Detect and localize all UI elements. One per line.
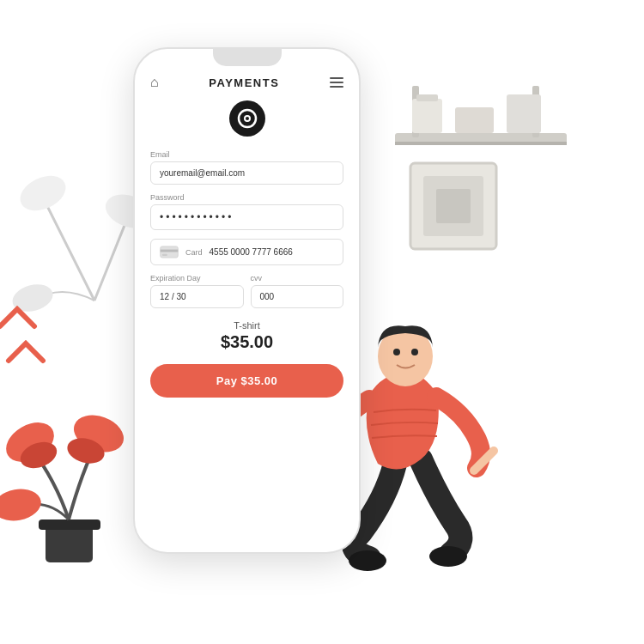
svg-point-24 [378,326,433,386]
svg-rect-33 [161,250,179,252]
svg-point-7 [15,169,71,217]
svg-point-2 [0,415,61,471]
cvv-field-group: cvv 000 [251,274,344,308]
svg-point-31 [246,117,249,120]
svg-rect-1 [39,519,100,530]
product-info: T-shirt $35.00 [150,320,343,352]
email-input[interactable]: youremail@email.com [150,161,343,185]
password-label: Password [150,193,343,202]
app-title: PAYMENTS [209,76,279,89]
svg-rect-11 [395,142,567,145]
cvv-input[interactable]: 000 [251,285,344,308]
card-field[interactable]: Card 4555 0000 7777 6666 [150,239,343,265]
svg-rect-13 [532,86,539,137]
logo-container [150,100,343,137]
svg-rect-10 [395,133,567,143]
svg-rect-34 [162,254,167,256]
svg-rect-19 [423,176,483,236]
svg-rect-20 [436,189,471,223]
svg-rect-0 [46,524,93,562]
svg-rect-16 [455,107,494,133]
password-input[interactable]: •••••••••••• [150,204,343,230]
svg-point-25 [393,349,400,355]
credit-card-icon [160,246,179,258]
logo [229,100,265,137]
svg-point-5 [17,437,61,472]
card-label: Card [185,248,203,257]
product-name: T-shirt [150,320,343,331]
svg-point-9 [9,280,56,315]
email-field-group: Email youremail@email.com [150,150,343,185]
svg-rect-14 [412,99,442,133]
svg-rect-17 [507,94,541,133]
expiration-label: Expiration Day [150,274,244,283]
card-details-row: Expiration Day 12 / 30 cvv 000 [150,274,343,308]
product-price: $35.00 [150,332,343,352]
svg-rect-18 [410,163,496,249]
expiration-field-group: Expiration Day 12 / 30 [150,274,244,308]
home-icon: ⌂ [150,75,159,90]
svg-rect-15 [416,94,438,101]
phone-notch [213,49,282,66]
phone-mockup: ⌂ PAYMENTS Email [133,47,361,554]
password-field-group: Password •••••••••••• [150,193,343,230]
email-label: Email [150,150,343,159]
pay-button[interactable]: Pay $35.00 [150,364,343,398]
cvv-label: cvv [251,274,344,283]
svg-point-3 [69,409,129,459]
expiration-input[interactable]: 12 / 30 [150,285,244,308]
card-number: 4555 0000 7777 6666 [210,247,293,257]
svg-point-22 [429,546,467,567]
svg-point-6 [64,434,107,467]
svg-point-4 [0,485,44,524]
menu-icon[interactable] [330,77,343,88]
phone-header: ⌂ PAYMENTS [150,75,343,90]
svg-point-26 [411,349,418,355]
svg-rect-12 [412,86,419,137]
